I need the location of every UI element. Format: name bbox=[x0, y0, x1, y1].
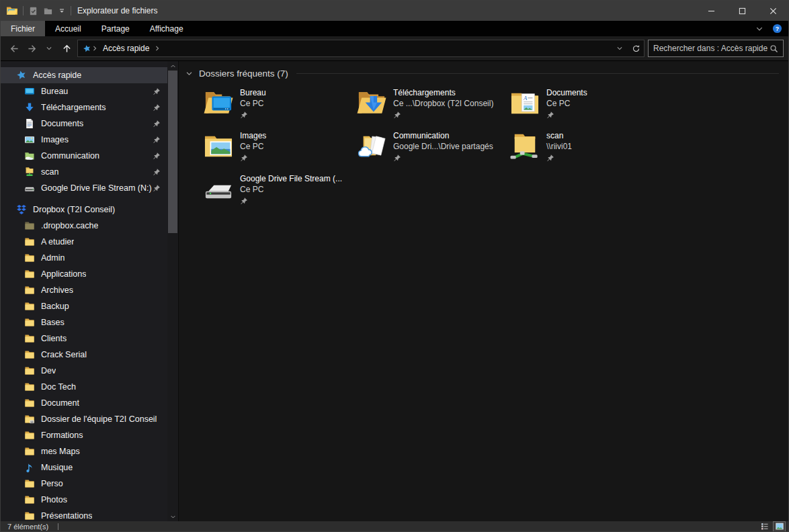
up-button[interactable] bbox=[58, 40, 75, 57]
scroll-up-button[interactable] bbox=[167, 61, 178, 71]
sidebar-item-pr-sentations[interactable]: Présentations bbox=[1, 508, 167, 521]
sidebar-item-archives[interactable]: Archives bbox=[1, 282, 167, 298]
sidebar-item-label: Dropbox (T2I Conseil) bbox=[33, 205, 115, 214]
forward-button[interactable] bbox=[23, 40, 40, 57]
window-title: Explorateur de fichiers bbox=[77, 6, 157, 15]
sidebar-item-crack-serial[interactable]: Crack Serial bbox=[1, 347, 167, 363]
sidebar-item-label: Images bbox=[41, 135, 69, 144]
sidebar-item-documents[interactable]: Documents bbox=[1, 116, 167, 132]
folder-tile-name: Bureau bbox=[240, 88, 266, 99]
sidebar-item-admin[interactable]: Admin bbox=[1, 250, 167, 266]
scrollbar-track[interactable] bbox=[167, 71, 178, 512]
pin-icon[interactable] bbox=[153, 184, 161, 192]
pin-icon[interactable] bbox=[153, 168, 161, 176]
sidebar-item-t-l-chargements[interactable]: Téléchargements bbox=[1, 99, 167, 116]
scrollbar-thumb[interactable] bbox=[168, 71, 177, 233]
svg-text:?: ? bbox=[776, 26, 779, 32]
sidebar-item-label: Document bbox=[41, 398, 79, 408]
sidebar-item-communication[interactable]: Communication bbox=[1, 148, 167, 164]
sidebar-item-images[interactable]: Images bbox=[1, 132, 167, 148]
folder-tile-images[interactable]: Images Ce PC bbox=[203, 130, 356, 173]
address-bar[interactable]: Accès rapide bbox=[77, 40, 645, 57]
content-pane: Dossiers fréquents (7) Bureau Ce PC bbox=[178, 61, 788, 521]
folder-icon bbox=[24, 253, 35, 263]
ribbon-tab-affichage[interactable]: Affichage bbox=[140, 21, 194, 36]
folder-tile-name: Téléchargements bbox=[393, 88, 493, 99]
breadcrumb-chevron-icon[interactable] bbox=[154, 45, 161, 52]
customize-toolbar-dropdown-icon[interactable] bbox=[58, 7, 66, 15]
folder-tile-documents[interactable]: A Documents Ce PC bbox=[509, 87, 663, 130]
sidebar-item-formations[interactable]: Formations bbox=[1, 427, 167, 443]
close-button[interactable] bbox=[757, 1, 788, 21]
tile-drive-icon bbox=[203, 175, 234, 204]
search-input[interactable] bbox=[653, 44, 770, 53]
new-folder-icon[interactable] bbox=[43, 6, 53, 16]
ribbon-tab-partage[interactable]: Partage bbox=[91, 21, 140, 36]
large-icons-view-button[interactable] bbox=[774, 522, 785, 531]
ribbon-tab-accueil[interactable]: Accueil bbox=[45, 21, 91, 36]
minimize-button[interactable] bbox=[696, 1, 726, 21]
help-icon[interactable]: ? bbox=[772, 24, 782, 34]
refresh-icon bbox=[632, 44, 640, 53]
window-controls bbox=[696, 1, 788, 21]
chevron-down-icon bbox=[170, 514, 176, 520]
sidebar-item-dossier-de-l-quipe-t2i-conseil[interactable]: Dossier de l'équipe T2I Conseil bbox=[1, 411, 167, 427]
sidebar-item-perso[interactable]: Perso bbox=[1, 476, 167, 492]
sidebar-item-musique[interactable]: Musique bbox=[1, 459, 167, 476]
pin-icon[interactable] bbox=[153, 120, 161, 128]
folder-tile-bureau[interactable]: Bureau Ce PC bbox=[203, 87, 356, 130]
sidebar-item-document[interactable]: Document bbox=[1, 395, 167, 411]
refresh-button[interactable] bbox=[628, 40, 644, 56]
back-button[interactable] bbox=[5, 40, 23, 57]
sidebar-item-doc-tech[interactable]: Doc Tech bbox=[1, 379, 167, 395]
sidebar-item-a-etudier[interactable]: A etudier bbox=[1, 234, 167, 250]
sidebar-item-scan[interactable]: scan bbox=[1, 164, 167, 180]
details-view-button[interactable] bbox=[759, 522, 770, 531]
folder-tile-t-l-chargements[interactable]: Téléchargements Ce ...\Dropbox (T2I Cons… bbox=[356, 87, 509, 130]
sidebar-item-dropbox-cache[interactable]: .dropbox.cache bbox=[1, 218, 167, 234]
address-dropdown-button[interactable] bbox=[612, 40, 628, 56]
tile-desktop-icon bbox=[203, 89, 234, 118]
properties-icon[interactable] bbox=[28, 6, 38, 16]
ribbon-tab-label: Accueil bbox=[55, 24, 81, 34]
breadcrumb[interactable]: Accès rapide bbox=[103, 44, 149, 53]
sidebar-item-dev[interactable]: Dev bbox=[1, 363, 167, 379]
search-box[interactable] bbox=[648, 40, 784, 57]
sidebar-item-mes-maps[interactable]: mes Maps bbox=[1, 443, 167, 459]
pin-icon[interactable] bbox=[153, 136, 161, 144]
pin-icon[interactable] bbox=[153, 103, 161, 112]
breadcrumb-chevron-icon[interactable] bbox=[91, 45, 98, 52]
sidebar-item-google-drive-file-stream-n[interactable]: Google Drive File Stream (N:) bbox=[1, 180, 167, 196]
sidebar-item-clients[interactable]: Clients bbox=[1, 330, 167, 347]
sidebar-item-photos[interactable]: Photos bbox=[1, 492, 167, 508]
folder-tile-location: Ce PC bbox=[546, 99, 587, 109]
sidebar-item-bases[interactable]: Bases bbox=[1, 314, 167, 330]
maximize-button[interactable] bbox=[726, 1, 757, 21]
sidebar-item-backup[interactable]: Backup bbox=[1, 298, 167, 314]
navigation-pane: Accès rapide Bureau Téléchargements Docu… bbox=[1, 61, 178, 521]
folder-tile-scan[interactable]: scan \\riivi01 bbox=[509, 130, 663, 173]
folder-icon bbox=[24, 446, 35, 457]
sidebar-item-applications[interactable]: Applications bbox=[1, 266, 167, 282]
frequent-folders-group-header[interactable]: Dossiers fréquents (7) bbox=[185, 69, 779, 79]
collapse-group-chevron-icon[interactable] bbox=[185, 70, 193, 77]
folder-tile-location: Ce PC bbox=[240, 185, 342, 195]
sidebar-scrollbar[interactable] bbox=[167, 61, 178, 521]
recent-locations-button[interactable] bbox=[40, 40, 58, 57]
folder-tile-google-drive-file-stream[interactable]: Google Drive File Stream (... Ce PC bbox=[203, 173, 356, 216]
sidebar-item-acc-s-rapide[interactable]: Accès rapide bbox=[1, 67, 167, 83]
sidebar-item-label: Téléchargements bbox=[41, 103, 106, 112]
collapse-ribbon-icon[interactable] bbox=[755, 25, 763, 33]
frequent-folders-grid: Bureau Ce PC Téléchargements Ce ...\Drop… bbox=[203, 87, 788, 216]
pin-icon bbox=[393, 154, 401, 162]
scroll-down-button[interactable] bbox=[167, 512, 178, 521]
sidebar-tree: Accès rapide Bureau Téléchargements Docu… bbox=[1, 61, 167, 521]
pin-icon[interactable] bbox=[153, 152, 161, 160]
sidebar-item-dropbox-t2i-conseil[interactable]: Dropbox (T2I Conseil) bbox=[1, 202, 167, 218]
ribbon-tab-fichier[interactable]: Fichier bbox=[1, 21, 45, 36]
large-icons-view-icon bbox=[775, 522, 784, 531]
sidebar-item-bureau[interactable]: Bureau bbox=[1, 83, 167, 99]
music-icon bbox=[24, 462, 35, 473]
folder-tile-communication[interactable]: Communication Google Dri...\Drive partag… bbox=[356, 130, 509, 173]
pin-icon[interactable] bbox=[153, 87, 161, 95]
